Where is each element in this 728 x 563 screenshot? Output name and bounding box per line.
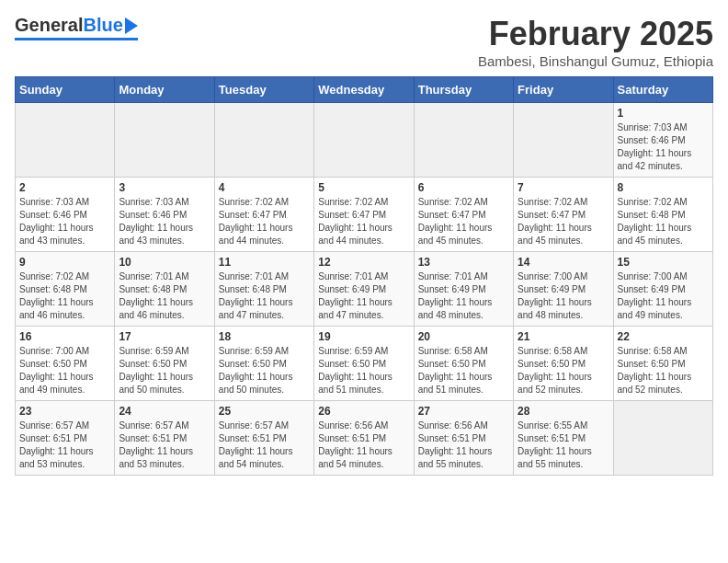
col-sunday: Sunday <box>16 77 115 103</box>
calendar-body: 1Sunrise: 7:03 AM Sunset: 6:46 PM Daylig… <box>16 103 713 476</box>
day-number: 10 <box>119 256 210 269</box>
calendar-day-cell: 22Sunrise: 6:58 AM Sunset: 6:50 PM Dayli… <box>613 327 712 401</box>
day-number: 26 <box>318 405 409 418</box>
day-info: Sunrise: 6:58 AM Sunset: 6:50 PM Dayligh… <box>518 345 609 396</box>
day-info: Sunrise: 6:59 AM Sunset: 6:50 PM Dayligh… <box>219 345 310 396</box>
calendar-day-cell <box>16 103 115 178</box>
day-number: 13 <box>418 256 509 269</box>
calendar-day-cell: 17Sunrise: 6:59 AM Sunset: 6:50 PM Dayli… <box>115 327 214 401</box>
day-number: 12 <box>318 256 409 269</box>
calendar-day-cell: 5Sunrise: 7:02 AM Sunset: 6:47 PM Daylig… <box>314 178 414 252</box>
calendar-day-cell: 13Sunrise: 7:01 AM Sunset: 6:49 PM Dayli… <box>414 252 513 327</box>
days-of-week-row: Sunday Monday Tuesday Wednesday Thursday… <box>16 77 713 103</box>
day-number: 1 <box>618 107 709 120</box>
calendar-header: Sunday Monday Tuesday Wednesday Thursday… <box>16 77 713 103</box>
day-number: 5 <box>318 181 409 194</box>
day-number: 15 <box>618 256 709 269</box>
day-info: Sunrise: 7:02 AM Sunset: 6:47 PM Dayligh… <box>518 196 609 247</box>
calendar-day-cell: 4Sunrise: 7:02 AM Sunset: 6:47 PM Daylig… <box>214 178 313 252</box>
day-info: Sunrise: 7:02 AM Sunset: 6:48 PM Dayligh… <box>19 270 110 322</box>
col-monday: Monday <box>115 77 214 103</box>
day-number: 23 <box>19 405 110 418</box>
calendar-day-cell: 2Sunrise: 7:03 AM Sunset: 6:46 PM Daylig… <box>16 178 115 252</box>
logo-arrow-icon <box>125 17 138 34</box>
logo-blue-text: Blue <box>83 15 122 36</box>
day-info: Sunrise: 6:58 AM Sunset: 6:50 PM Dayligh… <box>418 345 509 396</box>
calendar-day-cell: 21Sunrise: 6:58 AM Sunset: 6:50 PM Dayli… <box>514 327 613 401</box>
day-info: Sunrise: 7:03 AM Sunset: 6:46 PM Dayligh… <box>19 196 110 247</box>
calendar-day-cell <box>314 103 414 178</box>
calendar-day-cell: 28Sunrise: 6:55 AM Sunset: 6:51 PM Dayli… <box>514 401 613 476</box>
calendar-day-cell: 8Sunrise: 7:02 AM Sunset: 6:48 PM Daylig… <box>613 178 712 252</box>
calendar-day-cell: 15Sunrise: 7:00 AM Sunset: 6:49 PM Dayli… <box>613 252 712 327</box>
col-wednesday: Wednesday <box>314 77 414 103</box>
day-number: 24 <box>119 405 210 418</box>
day-info: Sunrise: 6:56 AM Sunset: 6:51 PM Dayligh… <box>318 419 409 471</box>
day-info: Sunrise: 6:57 AM Sunset: 6:51 PM Dayligh… <box>19 419 110 471</box>
day-info: Sunrise: 7:00 AM Sunset: 6:49 PM Dayligh… <box>618 270 709 322</box>
logo: General Blue <box>15 15 138 40</box>
calendar-day-cell: 1Sunrise: 7:03 AM Sunset: 6:46 PM Daylig… <box>613 103 712 178</box>
day-info: Sunrise: 6:59 AM Sunset: 6:50 PM Dayligh… <box>318 345 409 396</box>
location-subtitle: Bambesi, Binshangul Gumuz, Ethiopia <box>478 53 713 69</box>
day-number: 21 <box>518 330 609 343</box>
page-header: General Blue February 2025 Bambesi, Bins… <box>15 15 713 69</box>
day-info: Sunrise: 7:00 AM Sunset: 6:50 PM Dayligh… <box>19 345 110 396</box>
calendar-day-cell: 12Sunrise: 7:01 AM Sunset: 6:49 PM Dayli… <box>314 252 414 327</box>
calendar-week-row: 23Sunrise: 6:57 AM Sunset: 6:51 PM Dayli… <box>16 401 713 476</box>
calendar-day-cell <box>613 401 712 476</box>
title-area: February 2025 Bambesi, Binshangul Gumuz,… <box>478 15 713 69</box>
day-number: 14 <box>518 256 609 269</box>
calendar-day-cell <box>115 103 214 178</box>
day-info: Sunrise: 6:58 AM Sunset: 6:50 PM Dayligh… <box>618 345 709 396</box>
calendar-day-cell <box>514 103 613 178</box>
calendar-day-cell: 7Sunrise: 7:02 AM Sunset: 6:47 PM Daylig… <box>514 178 613 252</box>
calendar-week-row: 16Sunrise: 7:00 AM Sunset: 6:50 PM Dayli… <box>16 327 713 401</box>
day-info: Sunrise: 7:01 AM Sunset: 6:49 PM Dayligh… <box>418 270 509 322</box>
day-info: Sunrise: 7:00 AM Sunset: 6:49 PM Dayligh… <box>518 270 609 322</box>
day-number: 27 <box>418 405 509 418</box>
calendar-week-row: 2Sunrise: 7:03 AM Sunset: 6:46 PM Daylig… <box>16 178 713 252</box>
calendar-day-cell: 27Sunrise: 6:56 AM Sunset: 6:51 PM Dayli… <box>414 401 513 476</box>
day-info: Sunrise: 6:57 AM Sunset: 6:51 PM Dayligh… <box>119 419 210 471</box>
calendar-day-cell: 11Sunrise: 7:01 AM Sunset: 6:48 PM Dayli… <box>214 252 313 327</box>
calendar-table: Sunday Monday Tuesday Wednesday Thursday… <box>15 76 713 476</box>
logo-underline <box>15 38 138 40</box>
calendar-day-cell: 16Sunrise: 7:00 AM Sunset: 6:50 PM Dayli… <box>16 327 115 401</box>
calendar-day-cell <box>214 103 313 178</box>
day-info: Sunrise: 6:59 AM Sunset: 6:50 PM Dayligh… <box>119 345 210 396</box>
day-number: 17 <box>119 330 210 343</box>
calendar-day-cell: 25Sunrise: 6:57 AM Sunset: 6:51 PM Dayli… <box>214 401 313 476</box>
day-number: 6 <box>418 181 509 194</box>
day-number: 7 <box>518 181 609 194</box>
day-number: 20 <box>418 330 509 343</box>
calendar-day-cell: 23Sunrise: 6:57 AM Sunset: 6:51 PM Dayli… <box>16 401 115 476</box>
day-number: 25 <box>219 405 310 418</box>
day-info: Sunrise: 6:57 AM Sunset: 6:51 PM Dayligh… <box>219 419 310 471</box>
day-number: 3 <box>119 181 210 194</box>
calendar-day-cell: 10Sunrise: 7:01 AM Sunset: 6:48 PM Dayli… <box>115 252 214 327</box>
calendar-day-cell: 3Sunrise: 7:03 AM Sunset: 6:46 PM Daylig… <box>115 178 214 252</box>
day-number: 16 <box>19 330 110 343</box>
day-number: 4 <box>219 181 310 194</box>
calendar-day-cell: 14Sunrise: 7:00 AM Sunset: 6:49 PM Dayli… <box>514 252 613 327</box>
day-info: Sunrise: 7:02 AM Sunset: 6:47 PM Dayligh… <box>219 196 310 247</box>
day-number: 28 <box>518 405 609 418</box>
day-info: Sunrise: 7:03 AM Sunset: 6:46 PM Dayligh… <box>119 196 210 247</box>
calendar-day-cell: 19Sunrise: 6:59 AM Sunset: 6:50 PM Dayli… <box>314 327 414 401</box>
day-info: Sunrise: 7:03 AM Sunset: 6:46 PM Dayligh… <box>618 121 709 173</box>
day-info: Sunrise: 7:02 AM Sunset: 6:47 PM Dayligh… <box>318 196 409 247</box>
day-number: 2 <box>19 181 110 194</box>
col-thursday: Thursday <box>414 77 513 103</box>
day-number: 11 <box>219 256 310 269</box>
day-number: 22 <box>618 330 709 343</box>
logo-general-text: General <box>15 15 83 36</box>
col-friday: Friday <box>514 77 613 103</box>
calendar-week-row: 1Sunrise: 7:03 AM Sunset: 6:46 PM Daylig… <box>16 103 713 178</box>
day-info: Sunrise: 6:56 AM Sunset: 6:51 PM Dayligh… <box>418 419 509 471</box>
day-info: Sunrise: 7:01 AM Sunset: 6:48 PM Dayligh… <box>119 270 210 322</box>
calendar-day-cell: 20Sunrise: 6:58 AM Sunset: 6:50 PM Dayli… <box>414 327 513 401</box>
day-info: Sunrise: 7:01 AM Sunset: 6:48 PM Dayligh… <box>219 270 310 322</box>
day-number: 8 <box>618 181 709 194</box>
day-info: Sunrise: 6:55 AM Sunset: 6:51 PM Dayligh… <box>518 419 609 471</box>
